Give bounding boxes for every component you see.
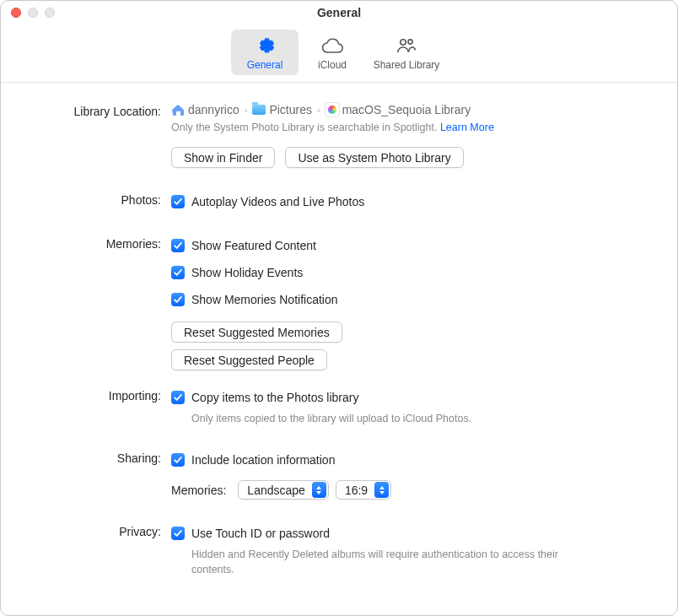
checkmark-icon	[173, 528, 183, 538]
touchid-label: Use Touch ID or password	[191, 527, 330, 540]
breadcrumb-home[interactable]: dannyrico	[171, 103, 239, 116]
include-location-checkbox[interactable]	[171, 453, 185, 467]
use-as-system-library-button[interactable]: Use as System Photo Library	[285, 147, 463, 168]
checkmark-icon	[173, 455, 183, 465]
library-path-breadcrumb: dannyrico › Pictures › macOS_Sequoia Lib…	[171, 103, 652, 116]
breadcrumb-folder[interactable]: Pictures	[252, 103, 312, 116]
select-stepper-icon	[312, 482, 326, 498]
memories-format-label: Memories:	[171, 484, 231, 497]
featured-content-label: Show Featured Content	[191, 239, 316, 252]
show-in-finder-button[interactable]: Show in Finder	[171, 147, 275, 168]
breadcrumb-text: Pictures	[269, 103, 312, 116]
autoplay-checkbox[interactable]	[171, 195, 185, 208]
tab-shared-library[interactable]: Shared Library	[366, 30, 447, 75]
checkmark-icon	[173, 294, 183, 305]
photos-label: Photos:	[26, 192, 171, 207]
memories-notification-label: Show Memories Notification	[191, 293, 338, 306]
aspect-ratio-select[interactable]: 16:9	[336, 480, 391, 500]
svg-point-1	[408, 40, 412, 44]
tab-icloud[interactable]: iCloud	[299, 30, 366, 75]
privacy-hint: Hidden and Recently Deleted albums will …	[191, 547, 596, 577]
select-stepper-icon	[374, 482, 389, 498]
include-location-label: Include location information	[191, 453, 335, 467]
svg-point-0	[401, 40, 406, 45]
window-title: General	[1, 6, 677, 19]
checkmark-icon	[173, 197, 183, 207]
general-settings-pane: Library Location: dannyrico › Pictures ›…	[1, 83, 677, 578]
breadcrumb-text: dannyrico	[188, 103, 239, 116]
learn-more-link[interactable]: Learn More	[440, 122, 494, 133]
library-location-label: Library Location:	[26, 103, 171, 118]
chevron-right-icon: ›	[317, 105, 320, 115]
select-value: 16:9	[345, 484, 368, 497]
breadcrumb-library[interactable]: macOS_Sequoia Library	[326, 103, 471, 116]
memories-notification-checkbox[interactable]	[171, 293, 185, 306]
photos-library-icon	[326, 103, 339, 116]
library-hint: Only the System Photo Library is searcha…	[171, 122, 437, 133]
checkmark-icon	[173, 392, 183, 403]
chevron-right-icon: ›	[245, 105, 248, 115]
copy-items-checkbox[interactable]	[171, 391, 185, 404]
memories-label: Memories:	[26, 235, 171, 251]
cloud-icon	[320, 34, 345, 57]
privacy-label: Privacy:	[26, 523, 171, 538]
importing-hint: Only items copied to the library will up…	[191, 411, 652, 426]
holiday-events-checkbox[interactable]	[171, 266, 185, 279]
checkmark-icon	[173, 240, 183, 251]
autoplay-label: Autoplay Videos and Live Photos	[191, 195, 364, 208]
breadcrumb-text: macOS_Sequoia Library	[342, 103, 471, 116]
people-icon	[394, 34, 419, 57]
tab-label: General	[247, 59, 283, 71]
folder-icon	[252, 105, 266, 115]
sharing-label: Sharing:	[26, 450, 171, 465]
select-value: Landscape	[247, 484, 305, 497]
orientation-select[interactable]: Landscape	[238, 480, 329, 500]
tab-label: iCloud	[318, 59, 347, 71]
touchid-checkbox[interactable]	[171, 527, 185, 540]
checkmark-icon	[173, 267, 183, 278]
settings-toolbar: General iCloud Shared Library	[1, 24, 677, 83]
tab-general[interactable]: General	[231, 30, 299, 75]
gear-icon	[254, 34, 276, 57]
holiday-events-label: Show Holiday Events	[191, 266, 303, 279]
tab-label: Shared Library	[374, 59, 440, 71]
reset-suggested-people-button[interactable]: Reset Suggested People	[171, 349, 327, 370]
importing-label: Importing:	[26, 387, 171, 403]
copy-items-label: Copy items to the Photos library	[191, 391, 358, 404]
reset-suggested-memories-button[interactable]: Reset Suggested Memories	[171, 322, 342, 343]
featured-content-checkbox[interactable]	[171, 239, 185, 252]
home-folder-icon	[171, 104, 185, 116]
titlebar: General	[1, 1, 677, 24]
